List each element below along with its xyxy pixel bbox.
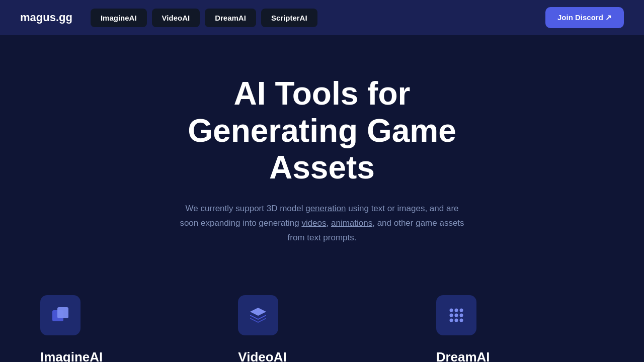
svg-rect-1	[57, 307, 68, 318]
imagine-ai-icon	[50, 305, 70, 325]
dream-ai-title: DreamAI	[436, 349, 604, 362]
dream-ai-icon-wrap	[436, 295, 476, 335]
video-ai-title: VideoAI	[238, 349, 406, 362]
hero-subtitle: We currently support 3D model generation…	[176, 202, 468, 245]
svg-point-11	[449, 319, 453, 322]
dream-ai-card: DreamAI Generate Animations from text fo…	[436, 295, 604, 362]
generation-link[interactable]: generation	[305, 204, 346, 213]
hero-subtitle-comma: ,	[327, 218, 331, 228]
svg-point-5	[449, 309, 453, 312]
svg-marker-4	[250, 318, 266, 323]
svg-point-9	[454, 314, 458, 317]
svg-point-8	[449, 314, 453, 317]
dream-ai-icon	[446, 305, 466, 325]
imagine-ai-title: ImagineAI	[40, 349, 208, 362]
videos-link[interactable]: videos	[301, 218, 326, 228]
cards-section: ImagineAI Generate 3D models from text o…	[0, 275, 644, 362]
nav-dream-ai[interactable]: DreamAI	[205, 9, 256, 27]
video-ai-icon	[248, 305, 268, 325]
nav-imagine-ai[interactable]: ImagineAI	[91, 9, 147, 27]
svg-marker-2	[250, 308, 266, 316]
join-discord-button[interactable]: Join Discord ↗	[545, 7, 624, 28]
video-ai-icon-wrap	[238, 295, 278, 335]
nav-scripter-ai[interactable]: ScripterAI	[261, 9, 317, 27]
navbar: magus.gg ImagineAI VideoAI DreamAI Scrip…	[0, 0, 644, 35]
svg-point-7	[459, 309, 463, 312]
svg-point-10	[459, 314, 463, 317]
video-ai-card: VideoAI Generate videos with sounds usin…	[238, 295, 406, 362]
nav-links: ImagineAI VideoAI DreamAI ScripterAI	[91, 9, 537, 27]
hero-section: AI Tools for Generating Game Assets We c…	[0, 35, 644, 275]
animations-link[interactable]: animations	[331, 218, 372, 228]
imagine-ai-icon-wrap	[40, 295, 80, 335]
site-logo: magus.gg	[20, 11, 72, 24]
hero-title: AI Tools for Generating Game Assets	[146, 75, 498, 187]
svg-point-6	[454, 309, 458, 312]
hero-subtitle-prefix: We currently support 3D model	[185, 204, 305, 213]
imagine-ai-card: ImagineAI Generate 3D models from text o…	[40, 295, 208, 362]
svg-point-13	[459, 319, 463, 322]
svg-point-12	[454, 319, 458, 322]
nav-video-ai[interactable]: VideoAI	[152, 9, 200, 27]
